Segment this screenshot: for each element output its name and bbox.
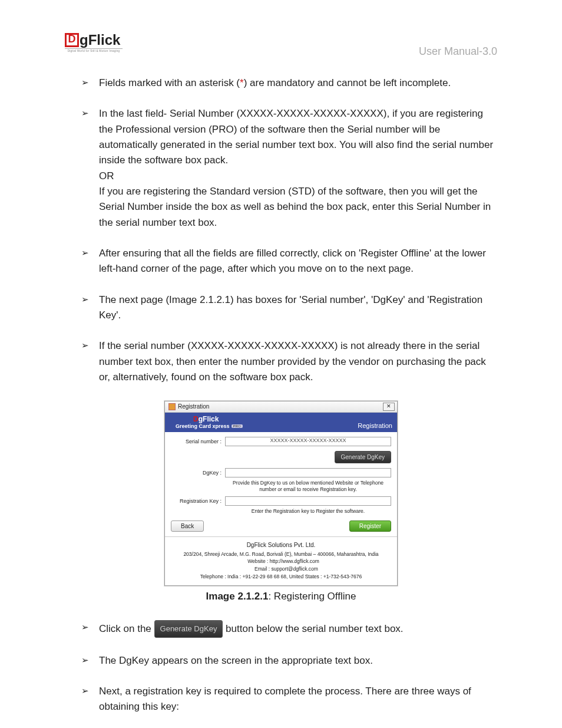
dgkey-input[interactable] [225,468,391,477]
regkey-label: Registration Key : [171,498,225,504]
bullet-item: The next page (Image 2.1.2.1) has boxes … [81,292,497,324]
bullet-list-top: Fields marked with an asterisk (*) are m… [65,75,497,386]
serial-input[interactable]: XXXXX-XXXXX-XXXXX-XXXXX [225,437,391,446]
dgkey-label: DgKey : [171,470,225,476]
generate-dgkey-inline-button: Generate DgKey [154,620,223,638]
website-link[interactable]: http://www.dgflick.com [270,558,319,564]
bullet-item: The DgKey appears on the screen in the a… [81,653,497,668]
dialog-titlebar: Registration ✕ [165,401,397,413]
figure-caption: Image 2.1.2.1: Registering Offline [65,591,497,602]
dialog-body: Serial number : XXXXX-XXXXX-XXXXX-XXXXX … [165,432,397,536]
bullet-item: Next, a registration key is required to … [81,684,497,715]
dialog-title-text: Registration [178,403,209,410]
logo-tagline: Digital World for Still & Motion Imaging [65,48,123,52]
dialog-footer: DgFlick Solutions Pvt. Ltd. 203/204, Shr… [165,536,397,585]
bullet-item: If the serial number (XXXXX-XXXXX-XXXXX-… [81,338,497,385]
bullet-list-bottom: Click on the Generate DgKey button below… [65,620,497,715]
figure-wrap: Registration ✕ DgFlick Greeting Card xpr… [65,401,497,586]
back-button[interactable]: Back [171,521,204,532]
company-name: DgFlick Solutions Pvt. Ltd. [171,541,391,549]
manual-version: User Manual-3.0 [419,45,497,58]
register-button[interactable]: Register [349,521,391,532]
logo: DgFlick Digital World for Still & Motion… [65,33,123,58]
bullet-item: Click on the Generate DgKey button below… [81,620,497,638]
regkey-note: Enter the Registration key to Register t… [225,508,391,515]
serial-label: Serial number : [171,439,225,444]
telephone-text: Telephone : India : +91-22-29 68 68 68, … [171,573,391,581]
page-header: DgFlick Digital World for Still & Motion… [65,33,497,58]
close-icon[interactable]: ✕ [383,403,395,411]
dialog-heading: Registration [358,422,392,429]
bullet-item: Fields marked with an asterisk (*) are m… [81,75,497,91]
pro-badge: PRO [232,424,243,428]
regkey-input[interactable] [225,496,391,506]
bullet-item: In the last field- Serial Number (XXXXX-… [81,106,497,230]
company-address: 203/204, Shreeji Arcade, M.G. Road, Bori… [171,551,391,558]
bullet-item: After ensuring that all the fields are f… [81,246,497,277]
email-link[interactable]: support@dgflick.com [271,566,318,572]
app-icon [168,403,176,410]
dgkey-note: Provide this DgKey to us on below mentio… [225,480,391,493]
registration-dialog: Registration ✕ DgFlick Greeting Card xpr… [164,401,398,586]
generate-dgkey-button[interactable]: Generate DgKey [335,451,392,463]
document-page: { "header": { "logo_text": "DgFlick", "l… [0,0,562,728]
dialog-brand-bar: DgFlick Greeting Card xpressPRO Registra… [165,413,397,432]
